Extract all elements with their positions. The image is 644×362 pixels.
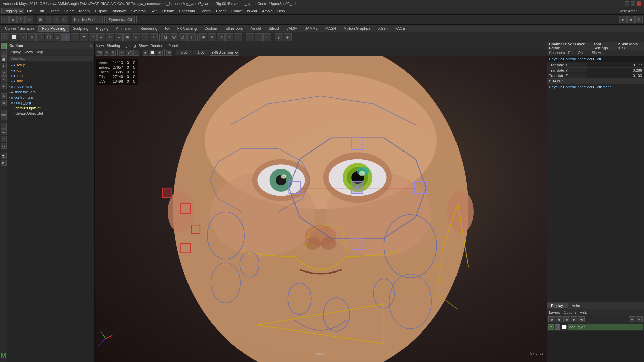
vp-wireframe-btn[interactable]: ⬜: [149, 50, 156, 56]
shelf-select-btn[interactable]: ⬛: [1, 33, 9, 41]
tree-item-skeleton-grp[interactable]: ▸ ◈ skeleton_grp: [7, 89, 94, 95]
layer-help-menu[interactable]: Help: [580, 310, 587, 314]
vp-shading-btn[interactable]: ■: [143, 50, 148, 56]
tab-poly-modeling[interactable]: Poly Modeling: [38, 25, 69, 32]
face-mode-btn[interactable]: □: [1, 136, 7, 142]
tree-item-side[interactable]: ▸ ■ side: [7, 78, 94, 84]
show-manip-tool[interactable]: ◈: [1, 83, 7, 89]
tree-item-setup-grp[interactable]: ▸ ◈ setup_grp: [7, 100, 94, 105]
snap-grid-btn[interactable]: ⊞: [37, 16, 44, 23]
shelf-fill-hole-btn[interactable]: ⊕: [89, 33, 97, 41]
layers-menu[interactable]: Layers: [549, 310, 560, 314]
shelf-torus-btn[interactable]: ◯: [45, 33, 53, 41]
tree-item-top[interactable]: ▸ ■ top: [7, 68, 94, 73]
scale-tool[interactable]: ⤢: [1, 76, 7, 82]
rotate-btn[interactable]: ↻: [17, 16, 25, 23]
tab-face[interactable]: FACE: [392, 25, 409, 32]
vp-time-input[interactable]: [176, 50, 192, 55]
menu-comet[interactable]: Comet: [229, 8, 244, 14]
rotate-tool[interactable]: ↻: [1, 70, 7, 76]
shelf-split-poly-btn[interactable]: ✂: [106, 33, 114, 41]
vp-xray-btn[interactable]: ◈: [157, 50, 163, 56]
settings-btn[interactable]: ⚙: [635, 16, 643, 23]
shelf-offset-loop-btn[interactable]: ⊞: [123, 33, 131, 41]
vp-menu-view[interactable]: View: [96, 44, 104, 48]
tree-item-setup[interactable]: ▸ ■ setup: [7, 62, 94, 68]
tree-item-default-light-set[interactable]: ○ defaultLightSet: [7, 105, 94, 111]
vp-paint-btn[interactable]: 🖌: [126, 50, 133, 56]
snap-togv-btn[interactable]: ⊞: [1, 100, 7, 106]
snap-point-btn[interactable]: ·: [53, 16, 60, 23]
outliner-search-input[interactable]: [9, 56, 93, 61]
layer-prev-btn[interactable]: ◀: [556, 316, 562, 322]
vp-menu-show[interactable]: Show: [139, 44, 148, 48]
shelf-bool-int-btn[interactable]: ∩: [234, 33, 242, 41]
tab-bifrost[interactable]: Bifrost: [265, 25, 283, 32]
no-live-surface-btn[interactable]: No Live Surface: [72, 16, 103, 23]
menu-help[interactable]: Help: [275, 8, 287, 14]
shelf-bool-diff-btn[interactable]: ∖: [225, 33, 233, 41]
menu-select[interactable]: Select: [62, 8, 77, 14]
vp-menu-panels[interactable]: Panels: [168, 44, 180, 48]
shelf-plane-btn[interactable]: ▭: [36, 33, 44, 41]
shelf-smooth-btn[interactable]: ≈: [246, 33, 254, 41]
menu-ngear[interactable]: nGear: [245, 8, 259, 14]
vp-menu-lighting[interactable]: Lighting: [123, 44, 136, 48]
tab-jamm2[interactable]: JAMM2: [302, 25, 321, 32]
workspace-select[interactable]: Rigging: [1, 8, 24, 14]
shelf-bool-union-btn[interactable]: ∪: [217, 33, 225, 41]
tree-item-default-object-set[interactable]: ○ defaultObjectSet: [7, 111, 94, 116]
tab-rendering[interactable]: Rendering: [137, 25, 161, 32]
tab-motion-graphics[interactable]: Motion Graphics: [340, 25, 374, 32]
ipr-btn[interactable]: ■: [627, 16, 635, 23]
vp-frame-btn[interactable]: A: [110, 50, 116, 56]
shelf-paint-weights-btn[interactable]: 🖌: [275, 33, 283, 41]
outliner-close-btn[interactable]: ✕: [89, 44, 92, 48]
layer-tab-display[interactable]: Display: [547, 303, 568, 308]
vp-scale-input[interactable]: [193, 50, 209, 55]
move-tool[interactable]: ✛: [1, 63, 7, 69]
layer-playback-start-btn[interactable]: ⏮: [548, 316, 555, 322]
vp-menu-shading[interactable]: Shading: [107, 44, 120, 48]
shelf-bridge-btn[interactable]: ⊏: [80, 33, 88, 41]
menu-edit[interactable]: Edit: [36, 8, 46, 14]
snap-surface-btn[interactable]: ◇: [61, 16, 68, 23]
menu-skin[interactable]: Skin: [148, 8, 159, 14]
tab-curves-surfaces[interactable]: Curves / Surfaces: [1, 25, 38, 32]
layer-tab-anim[interactable]: Anim: [568, 303, 584, 308]
menu-control[interactable]: Control: [198, 8, 213, 14]
shelf-separate-btn[interactable]: ⊗: [208, 33, 216, 41]
tool-settings-label[interactable]: Tool Settings: [594, 42, 613, 50]
tab-nskintools[interactable]: nSkinTools: [221, 25, 246, 32]
tree-item-front[interactable]: ▸ ■ front: [7, 73, 94, 78]
shelf-collapse-btn[interactable]: C: [179, 33, 187, 41]
layer-render-toggle[interactable]: P: [555, 324, 560, 330]
nskin-label[interactable]: nSkinTools 1.7.8: [618, 42, 642, 50]
menu-constrain[interactable]: Constrain: [177, 8, 197, 14]
layer-end-btn[interactable]: ⏭: [578, 316, 585, 322]
menu-arnold[interactable]: Arnold: [260, 8, 275, 14]
transform-btn[interactable]: ⊕: [9, 16, 17, 23]
vert-mode-btn[interactable]: ·: [1, 123, 7, 129]
layer-geo-layer[interactable]: V P geoLayer: [547, 323, 644, 331]
layer-new-btn[interactable]: +: [629, 316, 635, 322]
tab-fx[interactable]: FX: [161, 25, 173, 32]
edge-mode-btn[interactable]: —: [1, 129, 7, 135]
cb-show-menu[interactable]: Show: [592, 51, 601, 55]
tab-animation[interactable]: Animation: [112, 25, 136, 32]
vp-color-profile-select[interactable]: sRGB gamma: [210, 50, 239, 56]
outliner-display-menu[interactable]: Display: [9, 50, 21, 54]
shelf-sphere-btn[interactable]: ○: [19, 33, 27, 41]
uv-mode-btn[interactable]: UV: [1, 143, 7, 149]
layer-stop-btn[interactable]: ■: [563, 316, 570, 322]
shelf-merge-btn[interactable]: M: [161, 33, 169, 41]
symmetry-btn[interactable]: Symmetry: Off: [106, 16, 135, 23]
maximize-button[interactable]: □: [631, 1, 635, 6]
channel-translate-y[interactable]: Translate Y -0.266: [547, 68, 644, 73]
vp-menu-renderer[interactable]: Renderer: [150, 44, 166, 48]
tab-custom[interactable]: Custom: [201, 25, 221, 32]
tab-xgen[interactable]: XGen: [375, 25, 391, 32]
lasso-tool[interactable]: ○: [1, 50, 7, 56]
vp-sel-btn[interactable]: ↖: [119, 50, 125, 56]
menu-deform[interactable]: Deform: [160, 8, 176, 14]
